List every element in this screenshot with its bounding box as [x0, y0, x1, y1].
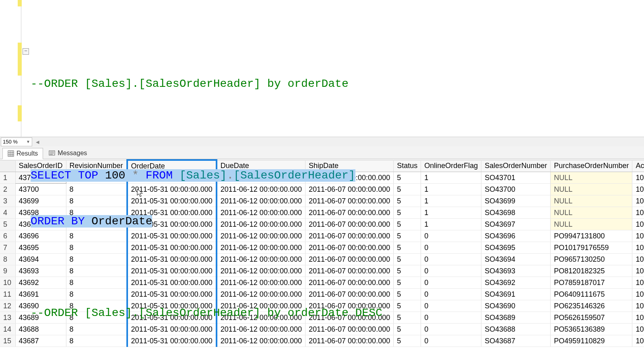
row-number-cell[interactable]: 6: [0, 230, 15, 242]
kw-by: BY: [71, 215, 85, 228]
row-number-cell[interactable]: 15: [0, 335, 15, 347]
results-grid-icon: [8, 150, 14, 157]
row-number-cell[interactable]: 9: [0, 265, 15, 277]
change-marker: [18, 0, 22, 6]
kw-order: ORDER: [31, 215, 64, 228]
change-marker: [18, 43, 22, 76]
row-number-cell[interactable]: 12: [0, 300, 15, 312]
collapse-region-button[interactable]: −: [23, 48, 29, 55]
zoom-level-value: 150 %: [3, 139, 18, 145]
star: *: [132, 169, 139, 182]
row-number-cell[interactable]: 1: [0, 172, 15, 184]
row-number-cell[interactable]: 4: [0, 207, 15, 219]
row-number-cell[interactable]: 13: [0, 312, 15, 324]
kw-select: SELECT: [31, 169, 71, 182]
editor-gutter: −: [0, 0, 31, 137]
row-number-cell[interactable]: 7: [0, 242, 15, 254]
row-number-cell[interactable]: 10: [0, 277, 15, 289]
dot: .: [227, 169, 233, 182]
change-marker: [18, 105, 22, 121]
row-number-cell[interactable]: 5: [0, 219, 15, 230]
sql-editor-pane[interactable]: − --ORDER [Sales].[SalesOrderHeader] by …: [0, 0, 644, 137]
top-n: 100: [105, 169, 125, 182]
table-ref: [SalesOrderHeader]: [233, 169, 355, 182]
sql-code-area[interactable]: --ORDER [Sales].[SalesOrderHeader] by or…: [31, 0, 644, 137]
row-num-header[interactable]: [0, 160, 15, 172]
svg-rect-0: [8, 151, 14, 156]
row-number-cell[interactable]: 3: [0, 195, 15, 207]
sql-comment: --ORDER [Sales].[SalesOrderHeader] by or…: [31, 307, 382, 319]
row-number-cell[interactable]: 11: [0, 289, 15, 300]
chevron-down-icon: ▼: [26, 139, 30, 144]
order-column: OrderDate: [91, 215, 152, 228]
zoom-level-select[interactable]: 150 % ▼: [1, 137, 32, 146]
schema-ref: [Sales]: [180, 169, 227, 182]
row-number-cell[interactable]: 8: [0, 254, 15, 265]
row-number-cell[interactable]: 2: [0, 184, 15, 195]
kw-from: FROM: [146, 169, 173, 182]
sql-comment: --ORDER [Sales].[SalesOrderHeader] by or…: [31, 78, 349, 90]
row-number-cell[interactable]: 14: [0, 324, 15, 335]
kw-top: TOP: [78, 169, 98, 182]
